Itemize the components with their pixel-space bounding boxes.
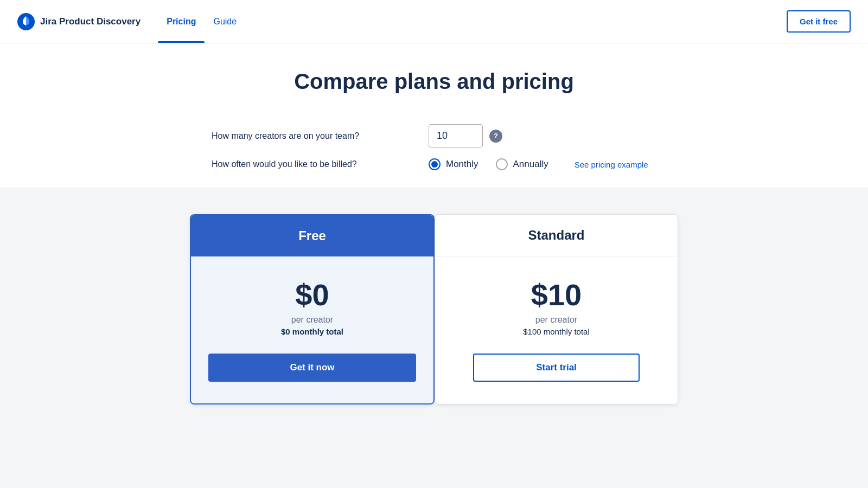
main-nav: Pricing Guide bbox=[158, 0, 245, 43]
controls-inner: How many creators are on your team? ? Ho… bbox=[190, 124, 678, 170]
plans-container: Free $0 per creator $0 monthly total Get… bbox=[190, 214, 678, 404]
plans-section: Free $0 per creator $0 monthly total Get… bbox=[0, 188, 868, 431]
billing-label: How often would you like to be billed? bbox=[212, 159, 429, 169]
creator-input-wrap: ? bbox=[429, 124, 502, 147]
billing-annually-label: Annually bbox=[513, 159, 548, 170]
plan-free-cta[interactable]: Get it now bbox=[208, 354, 416, 382]
creators-row: How many creators are on your team? ? bbox=[212, 124, 656, 147]
plan-free-body: $0 per creator $0 monthly total Get it n… bbox=[191, 256, 433, 403]
see-pricing-link[interactable]: See pricing example bbox=[575, 160, 648, 169]
brand-name: Jira Product Discovery bbox=[40, 16, 141, 27]
get-it-free-button[interactable]: Get it free bbox=[787, 10, 851, 33]
plan-standard-price: $10 bbox=[452, 278, 660, 312]
plan-free-header: Free bbox=[191, 215, 433, 256]
plan-standard: Standard $10 per creator $100 monthly to… bbox=[435, 214, 678, 404]
logo-area: Jira Product Discovery bbox=[17, 13, 141, 30]
billing-monthly[interactable]: Monthly bbox=[429, 158, 478, 170]
plan-standard-title: Standard bbox=[528, 228, 584, 242]
page-title: Compare plans and pricing bbox=[0, 69, 868, 94]
help-icon[interactable]: ? bbox=[489, 130, 502, 143]
nav-item-guide[interactable]: Guide bbox=[205, 0, 245, 43]
billing-annually[interactable]: Annually bbox=[496, 158, 548, 170]
radio-annually-outer bbox=[496, 158, 508, 170]
billing-monthly-label: Monthly bbox=[446, 159, 478, 170]
plan-free-price: $0 bbox=[208, 278, 416, 312]
creators-input[interactable] bbox=[429, 124, 483, 147]
page-title-section: Compare plans and pricing bbox=[0, 43, 868, 111]
plan-standard-cta[interactable]: Start trial bbox=[473, 354, 639, 382]
plan-standard-body: $10 per creator $100 monthly total Start… bbox=[435, 256, 678, 403]
controls-section: How many creators are on your team? ? Ho… bbox=[0, 111, 868, 188]
plan-free-per-creator: per creator bbox=[208, 315, 416, 325]
radio-monthly-outer bbox=[429, 158, 441, 170]
nav-item-pricing[interactable]: Pricing bbox=[158, 0, 205, 43]
jira-logo-icon bbox=[17, 13, 35, 30]
billing-options: Monthly Annually See pricing example bbox=[429, 158, 648, 170]
billing-row: How often would you like to be billed? M… bbox=[212, 158, 656, 170]
plan-free: Free $0 per creator $0 monthly total Get… bbox=[190, 214, 435, 404]
creators-label: How many creators are on your team? bbox=[212, 131, 429, 141]
plan-standard-total: $100 monthly total bbox=[452, 327, 660, 336]
plan-free-total: $0 monthly total bbox=[208, 327, 416, 336]
main-content: Compare plans and pricing How many creat… bbox=[0, 43, 868, 488]
plan-free-title: Free bbox=[298, 228, 326, 243]
plan-standard-header: Standard bbox=[435, 215, 678, 256]
header-right: Get it free bbox=[787, 10, 851, 33]
header: Jira Product Discovery Pricing Guide Get… bbox=[0, 0, 868, 43]
radio-monthly-inner bbox=[431, 161, 438, 168]
plan-standard-per-creator: per creator bbox=[452, 315, 660, 325]
